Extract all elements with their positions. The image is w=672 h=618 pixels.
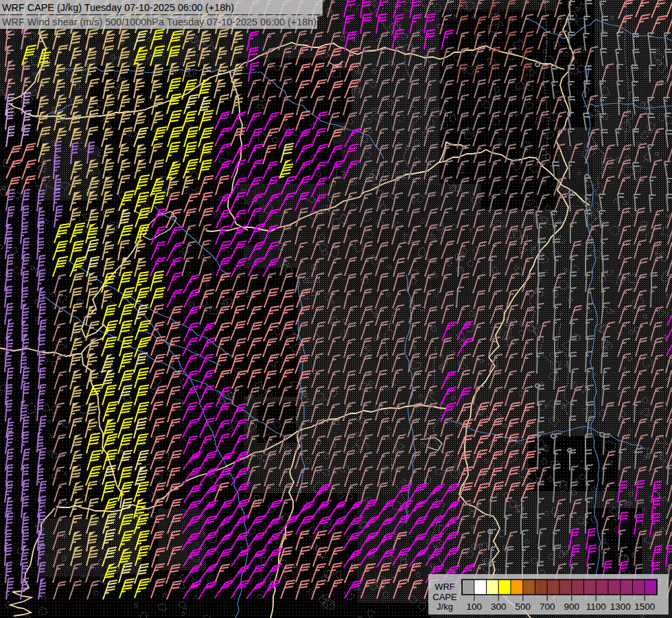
svg-text:900: 900 — [564, 602, 580, 612]
svg-text:CAPE: CAPE — [432, 592, 457, 602]
svg-text:1500: 1500 — [634, 602, 655, 612]
svg-text:WRF: WRF — [435, 582, 455, 592]
svg-text:100: 100 — [467, 602, 483, 612]
svg-text:300: 300 — [491, 602, 507, 612]
svg-text:700: 700 — [540, 602, 555, 612]
svg-text:1300: 1300 — [610, 602, 631, 612]
svg-text:WRF Wind shear (m/s) 500/1000h: WRF Wind shear (m/s) 500/1000hPa Tuesday… — [2, 16, 316, 27]
svg-text:J/kg: J/kg — [437, 602, 453, 612]
svg-text:500: 500 — [515, 602, 531, 612]
svg-text:1100: 1100 — [586, 602, 606, 612]
svg-text:WRF CAPE (J/kg) Tuesday 07-10-: WRF CAPE (J/kg) Tuesday 07-10-2025 06:00… — [2, 2, 234, 13]
